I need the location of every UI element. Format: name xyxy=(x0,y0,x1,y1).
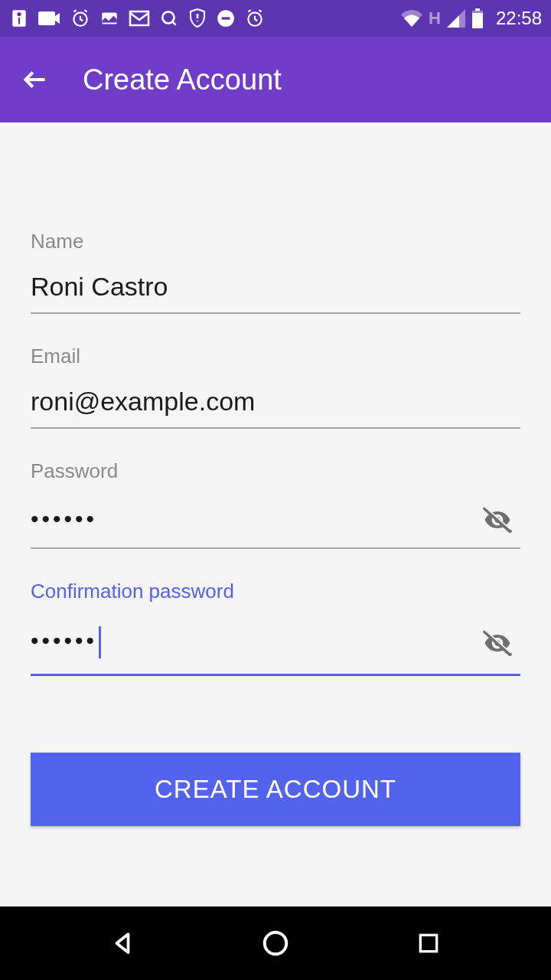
shield-icon xyxy=(188,8,207,29)
svg-rect-15 xyxy=(420,935,436,951)
info-icon xyxy=(9,8,29,28)
search-chat-icon xyxy=(159,8,179,28)
password-field-group: Password •••••• xyxy=(31,459,520,549)
email-label: Email xyxy=(31,345,520,368)
svg-rect-9 xyxy=(222,17,230,19)
nav-home-button[interactable] xyxy=(253,920,298,966)
eye-off-icon xyxy=(481,503,514,537)
arrow-left-icon xyxy=(21,65,50,94)
network-h-icon: H xyxy=(429,8,441,28)
svg-rect-11 xyxy=(475,8,480,11)
alarm2-icon xyxy=(245,8,265,28)
svg-point-1 xyxy=(17,12,21,16)
svg-rect-2 xyxy=(18,18,20,24)
password-label: Password xyxy=(31,459,520,483)
confirm-password-input[interactable]: •••••• xyxy=(31,612,478,674)
svg-rect-3 xyxy=(38,11,55,25)
app-bar: Create Account xyxy=(0,37,551,122)
name-label: Name xyxy=(31,230,520,253)
confirm-password-field-group: Confirmation password •••••• xyxy=(31,580,520,676)
triangle-back-icon xyxy=(109,929,136,957)
status-time: 22:58 xyxy=(496,8,542,29)
name-field-group: Name xyxy=(31,230,520,314)
dnd-icon xyxy=(216,8,236,28)
nav-back-button[interactable] xyxy=(99,920,145,966)
camera-icon xyxy=(38,10,61,27)
square-recent-icon xyxy=(416,931,441,956)
text-cursor xyxy=(99,626,101,658)
signal-icon xyxy=(447,9,465,28)
svg-rect-6 xyxy=(130,11,148,25)
svg-rect-13 xyxy=(472,13,483,28)
navigation-bar xyxy=(0,906,551,980)
toggle-password-visibility-button[interactable] xyxy=(478,500,517,540)
nav-recent-button[interactable] xyxy=(406,920,452,966)
create-account-button[interactable]: CREATE ACCOUNT xyxy=(31,753,520,826)
email-field-group: Email xyxy=(31,345,520,429)
wifi-icon xyxy=(401,10,422,27)
gmail-icon xyxy=(129,10,150,27)
svg-point-7 xyxy=(162,11,174,23)
svg-point-14 xyxy=(265,933,287,955)
email-input[interactable] xyxy=(31,377,520,427)
password-input[interactable]: •••••• xyxy=(31,492,478,547)
circle-home-icon xyxy=(261,929,290,958)
battery-icon xyxy=(471,8,484,28)
image-icon xyxy=(99,8,119,28)
toggle-confirm-visibility-button[interactable] xyxy=(478,623,517,663)
page-title: Create Account xyxy=(83,64,282,96)
form: Name Email Password •••••• Confirmation … xyxy=(0,122,551,826)
eye-off-icon xyxy=(481,626,514,660)
status-bar: H 22:58 xyxy=(0,0,551,37)
name-input[interactable] xyxy=(31,263,520,312)
alarm-icon xyxy=(70,8,90,28)
back-button[interactable] xyxy=(18,63,52,96)
confirm-password-label: Confirmation password xyxy=(31,580,520,603)
